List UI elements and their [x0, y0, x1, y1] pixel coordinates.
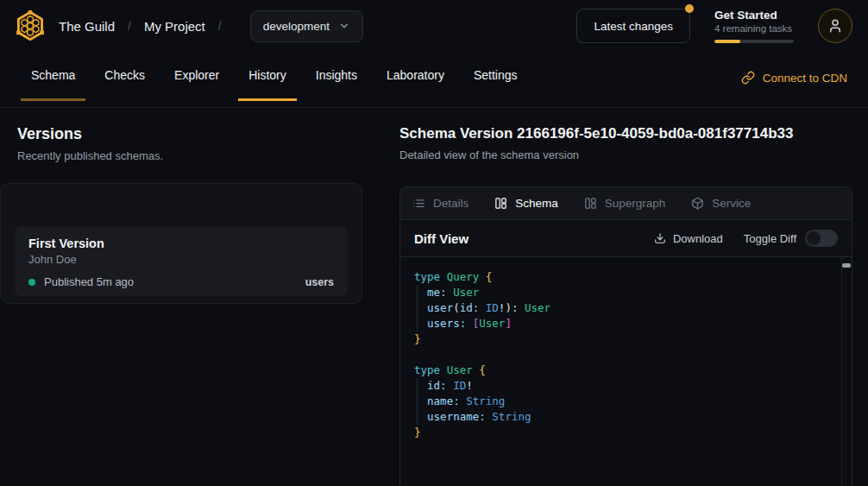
tab-checks[interactable]: Checks [94, 52, 155, 101]
tab-label: Schema [31, 68, 75, 82]
download-button[interactable]: Download [654, 232, 723, 245]
header-right-group: Latest changes Get Started 4 remaining t… [576, 9, 852, 43]
chevron-down-icon [338, 20, 350, 32]
version-status-row: Published 5m ago users [28, 275, 334, 288]
versions-header: Versions Recently published schemas. [17, 125, 380, 162]
published-dot-icon [28, 279, 35, 286]
columns-icon [584, 197, 597, 210]
app-root: The Guild / My Project / development Lat… [0, 0, 868, 486]
nav-tabs: Schema Checks Explorer History Insights … [21, 52, 528, 107]
toggle-diff-switch[interactable] [805, 230, 838, 247]
breadcrumb-org[interactable]: The Guild [59, 19, 115, 34]
list-icon [412, 197, 425, 210]
toggle-diff-group: Toggle Diff [744, 230, 838, 247]
top-header: The Guild / My Project / development Lat… [0, 0, 868, 52]
tab-label: Insights [316, 68, 357, 82]
breadcrumb-separator: / [128, 19, 131, 33]
latest-changes-button[interactable]: Latest changes [576, 9, 690, 43]
detail-tab-service[interactable]: Service [691, 197, 751, 210]
indent-guide [417, 285, 418, 331]
schema-version-title: Schema Version 2166196f-5e10-4059-bd0a-0… [399, 125, 852, 142]
target-selector-value: development [263, 20, 330, 33]
toggle-diff-label: Toggle Diff [744, 232, 796, 245]
get-started-subtitle: 4 remaining tasks [714, 23, 794, 34]
versions-list-card: First Version John Doe Published 5m ago … [0, 183, 362, 304]
connect-to-cdn-link[interactable]: Connect to CDN [741, 52, 847, 104]
tab-insights[interactable]: Insights [305, 52, 368, 101]
connect-to-cdn-label: Connect to CDN [763, 72, 847, 85]
detail-tab-supergraph[interactable]: Supergraph [584, 197, 666, 210]
tab-label: History [248, 68, 286, 82]
tab-schema[interactable]: Schema [21, 52, 85, 101]
detail-tab-details[interactable]: Details [412, 197, 469, 210]
version-name: First Version [28, 237, 334, 250]
cube-icon [691, 197, 704, 210]
schema-version-subtitle: Detailed view of the schema version [399, 148, 852, 161]
detail-tab-label: Details [433, 197, 469, 210]
code-scrollbar-thumb[interactable] [842, 263, 851, 268]
versions-title: Versions [17, 125, 380, 143]
detail-tab-schema[interactable]: Schema [494, 197, 558, 210]
diff-view-toolbar: Diff View Download Toggle Diff [400, 220, 852, 257]
user-avatar-button[interactable] [818, 9, 852, 43]
tab-history[interactable]: History [238, 52, 297, 101]
main-content: Versions Recently published schemas. Fir… [0, 108, 868, 486]
toggle-diff-knob [807, 231, 821, 245]
user-icon [827, 18, 843, 34]
tab-label: Explorer [174, 68, 219, 82]
breadcrumb-separator: / [218, 19, 222, 33]
tab-label: Checks [104, 68, 145, 82]
version-author: John Doe [28, 253, 334, 266]
service-badge: users [305, 276, 334, 288]
target-nav: Schema Checks Explorer History Insights … [0, 52, 868, 108]
code-scrollbar[interactable] [841, 257, 852, 486]
diff-view-title: Diff View [414, 231, 469, 246]
detail-panel-tabs: Details Schema Supergraph [400, 187, 852, 220]
version-detail-header: Schema Version 2166196f-5e10-4059-bd0a-0… [399, 125, 852, 161]
versions-subtitle: Recently published schemas. [17, 149, 380, 162]
link-icon [741, 71, 755, 85]
get-started-progress-fill [714, 40, 740, 43]
tab-label: Laboratory [387, 68, 444, 82]
schema-code-viewer[interactable]: type Query { me: User user(id: ID!): Use… [400, 257, 852, 486]
get-started-widget[interactable]: Get Started 4 remaining tasks [714, 9, 794, 43]
tab-label: Settings [474, 68, 518, 82]
columns-icon [494, 197, 507, 210]
version-detail-panel: Details Schema Supergraph [399, 186, 852, 486]
tab-settings[interactable]: Settings [463, 52, 528, 101]
graphql-schema-code: type Query { me: User user(id: ID!): Use… [400, 257, 852, 452]
get-started-title: Get Started [714, 9, 794, 22]
latest-changes-wrap: Latest changes [576, 9, 690, 43]
diff-actions: Download Toggle Diff [654, 230, 838, 247]
detail-tab-label: Supergraph [605, 197, 666, 210]
indent-guide [417, 378, 418, 425]
tab-explorer[interactable]: Explorer [164, 52, 230, 101]
detail-tab-label: Service [712, 197, 751, 210]
tab-laboratory[interactable]: Laboratory [376, 52, 455, 101]
breadcrumb-project[interactable]: My Project [144, 19, 205, 34]
version-list-item[interactable]: First Version John Doe Published 5m ago … [15, 226, 348, 296]
hive-logo-icon[interactable] [14, 9, 47, 42]
get-started-progressbar [714, 40, 794, 43]
notification-dot [685, 4, 694, 13]
download-icon [654, 232, 666, 244]
target-selector-dropdown[interactable]: development [250, 10, 363, 42]
download-label: Download [673, 232, 723, 245]
version-status: Published 5m ago [44, 275, 134, 288]
detail-tab-label: Schema [515, 197, 558, 210]
